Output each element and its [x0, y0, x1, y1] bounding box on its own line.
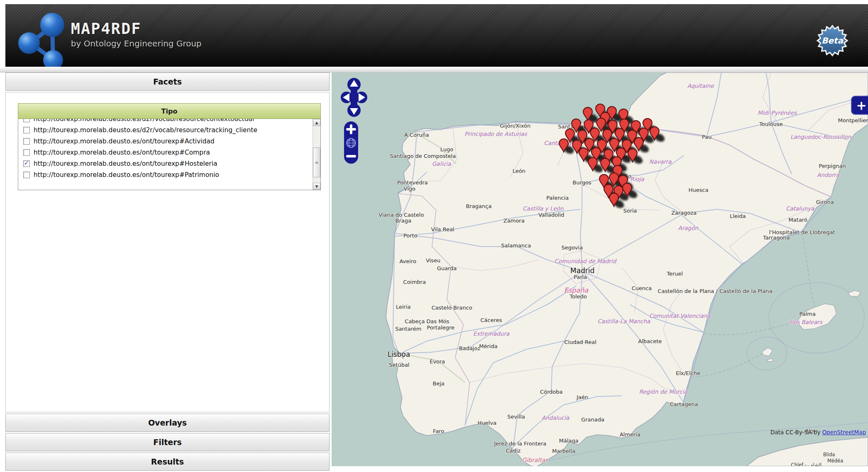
sidebar-sections: OverlaysFiltersResults [5, 414, 330, 472]
scroll-track[interactable] [313, 177, 320, 183]
facet-list-scrollbar[interactable]: ▲ ≡ ▼ [313, 119, 320, 190]
zoom-bar[interactable] [344, 121, 358, 164]
app-title: MAP4RDF [71, 20, 201, 38]
attribution-text: Data CC-By-SA by [771, 429, 822, 436]
checkbox-unchecked[interactable] [23, 138, 30, 145]
checkbox-checked[interactable]: ✓ [23, 160, 30, 167]
facet-group-tipo: Tipo http://tourexp.morelab.deusto.es/d2… [18, 103, 321, 190]
beta-badge-label: Beta [822, 36, 844, 46]
facet-item[interactable]: http://tourexp.morelab.deusto.es/d2r/voc… [18, 124, 313, 136]
facet-rows: http://tourexp.morelab.deusto.es/d2r/voc… [18, 119, 313, 190]
scroll-down-button[interactable]: ▼ [313, 183, 320, 190]
facet-item[interactable]: http://tourexp.morelab.deusto.es/ont/tou… [18, 169, 313, 180]
facet-group-title: Tipo [18, 103, 321, 119]
section-header-overlays[interactable]: Overlays [5, 414, 330, 432]
facet-item-label: http://tourexp.morelab.deusto.es/ont/tou… [34, 138, 214, 145]
openstreetmap-link[interactable]: OpenStreetMap [822, 429, 866, 436]
scroll-thumb[interactable]: ≡ [313, 148, 320, 177]
checkbox-unchecked[interactable] [23, 149, 30, 156]
facets-section-header[interactable]: Facets [5, 73, 330, 91]
pan-control[interactable] [341, 77, 367, 123]
facet-item[interactable]: http://tourexp.morelab.deusto.es/d2r/voc… [18, 119, 313, 124]
map-attribution: Data CC-By-SA by OpenStreetMap [771, 429, 866, 436]
section-header-results[interactable]: Results [5, 453, 330, 471]
facet-item-label: http://tourexp.morelab.deusto.es/ont/tou… [34, 160, 217, 167]
facet-item-label: http://tourexp.morelab.deusto.es/d2r/voc… [34, 119, 254, 123]
map4rdf-logo-icon [12, 7, 70, 67]
map-canvas[interactable]: AquitaineMidi-PyrénéesToulouseMontpellie… [332, 73, 868, 466]
section-header-filters[interactable]: Filters [5, 433, 330, 451]
facet-item[interactable]: http://tourexp.morelab.deusto.es/ont/tou… [18, 147, 313, 158]
facet-item-label: http://tourexp.morelab.deusto.es/ont/tou… [34, 149, 210, 156]
facet-item[interactable]: http://tourexp.morelab.deusto.es/ont/tou… [18, 136, 313, 147]
facet-item[interactable]: ✓http://tourexp.morelab.deusto.es/ont/to… [18, 158, 313, 169]
checkbox-unchecked[interactable] [23, 172, 30, 178]
facet-item-label: http://tourexp.morelab.deusto.es/ont/tou… [34, 171, 219, 179]
app-subtitle: by Ontology Engineering Group [71, 39, 201, 48]
map-markers-layer[interactable] [332, 73, 868, 466]
facet-list: http://tourexp.morelab.deusto.es/d2r/voc… [18, 119, 321, 190]
checkbox-unchecked[interactable] [23, 127, 30, 133]
layer-switcher-button[interactable]: + [851, 96, 868, 115]
facet-item-label: http://tourexp.morelab.deusto.es/d2r/voc… [34, 126, 257, 134]
header-divider [0, 67, 868, 73]
beta-badge: Beta [815, 23, 850, 58]
checkbox-unchecked[interactable] [23, 119, 30, 122]
facets-panel: Tipo http://tourexp.morelab.deusto.es/d2… [5, 92, 330, 412]
scroll-up-button[interactable]: ▲ [313, 119, 320, 126]
app-header: MAP4RDF by Ontology Engineering Group Be… [5, 4, 868, 67]
sidebar: Facets Tipo http://tourexp.morelab.deust… [5, 73, 330, 472]
